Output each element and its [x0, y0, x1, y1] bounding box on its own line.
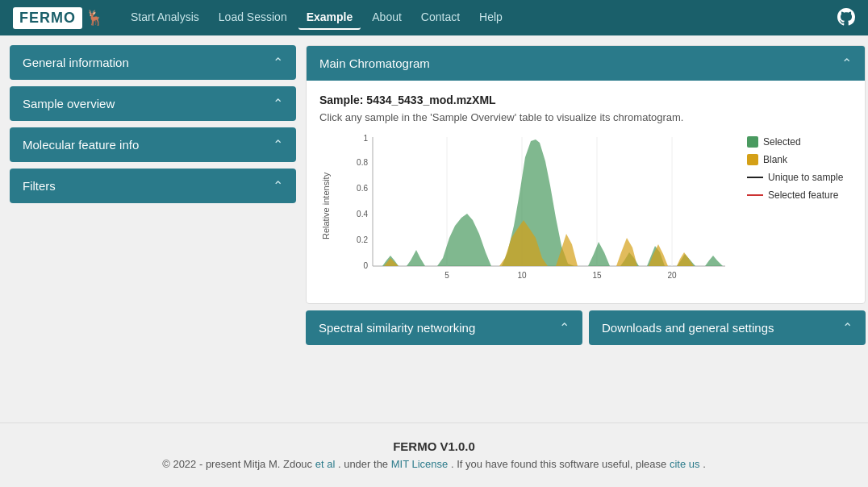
svg-text:5: 5 [444, 271, 449, 280]
right-panel: Main Chromatogram ⌃ Sample: 5434_5433_mo… [306, 45, 866, 413]
downloads-settings-title: Downloads and general settings [602, 321, 774, 335]
sample-title: Sample: 5434_5433_mod.mzXML [319, 94, 852, 106]
legend-selected-feature: Selected feature [747, 189, 852, 201]
downloads-settings-chevron-icon: ⌃ [842, 320, 853, 335]
nav-start-analysis[interactable]: Start Analysis [123, 6, 207, 30]
sidebar-molecular-feature[interactable]: Molecular feature info ⌃ [10, 127, 296, 162]
chart-inner: 0 0.2 0.4 0.6 0.8 1 5 10 15 20 [342, 133, 737, 290]
main-layout: General information ⌃ Sample overview ⌃ … [0, 35, 868, 422]
downloads-settings-panel[interactable]: Downloads and general settings ⌃ [589, 310, 866, 345]
sidebar-sample-overview[interactable]: Sample overview ⌃ [10, 86, 296, 121]
sidebar-sample-overview-title: Sample overview [23, 97, 115, 110]
legend-unique: Unique to sample [747, 172, 852, 183]
sidebar-molecular-feature-header[interactable]: Molecular feature info ⌃ [10, 127, 296, 162]
legend-blank-box [747, 154, 758, 165]
sidebar-general-information[interactable]: General information ⌃ [10, 45, 296, 80]
nav-about[interactable]: About [364, 6, 410, 30]
navbar-links: Start Analysis Load Session Example Abou… [123, 6, 837, 30]
nav-load-session[interactable]: Load Session [211, 6, 295, 30]
legend-selected-feature-label: Selected feature [768, 189, 838, 201]
sample-label: Sample: [319, 94, 363, 106]
legend-selected-label: Selected [763, 136, 801, 148]
footer-under: . under the [338, 458, 388, 470]
logo-deer-icon: 🦌 [86, 9, 103, 27]
sample-subtitle: Click any sample in the 'Sample Overview… [319, 111, 852, 123]
spectral-networking-panel[interactable]: Spectral similarity networking ⌃ [306, 310, 582, 345]
github-icon[interactable] [837, 8, 855, 28]
svg-text:20: 20 [667, 271, 677, 280]
logo-text: FERMO [13, 7, 82, 29]
svg-marker-17 [400, 250, 425, 266]
chart-container: Relative intensity 0 0.2 0.4 0.6 [319, 133, 852, 290]
chart-legend: Selected Blank Unique to sample Sel [747, 133, 852, 204]
chromatogram-title: Main Chromatogram [319, 56, 430, 70]
chart-svg: 0 0.2 0.4 0.6 0.8 1 5 10 15 20 [342, 133, 737, 290]
sidebar-filters-title: Filters [23, 179, 56, 193]
nav-contact[interactable]: Contact [413, 6, 468, 30]
footer-helpful: . If you have found this software useful… [451, 458, 666, 470]
footer-cite-link[interactable]: cite us [670, 458, 700, 470]
svg-text:0.4: 0.4 [357, 210, 368, 219]
chevron-up-icon: ⌃ [273, 55, 283, 70]
nav-example[interactable]: Example [298, 6, 361, 30]
chevron-up-icon-3: ⌃ [273, 137, 283, 152]
spectral-networking-chevron-icon: ⌃ [559, 320, 570, 335]
sidebar-filters[interactable]: Filters ⌃ [10, 169, 296, 203]
sidebar-sample-overview-header[interactable]: Sample overview ⌃ [10, 86, 296, 121]
legend-selected: Selected [747, 136, 852, 148]
footer-period: . [703, 458, 706, 470]
chevron-up-icon-2: ⌃ [273, 96, 283, 111]
svg-text:0: 0 [363, 261, 368, 270]
legend-blank: Blank [747, 154, 852, 165]
footer-title: FERMO V1.0.0 [16, 439, 852, 453]
legend-unique-label: Unique to sample [768, 172, 843, 183]
sample-name: 5434_5433_mod.mzXML [366, 94, 495, 106]
sidebar-filters-header[interactable]: Filters ⌃ [10, 169, 296, 203]
spectral-networking-title: Spectral similarity networking [319, 321, 475, 335]
chromatogram-header[interactable]: Main Chromatogram ⌃ [307, 46, 865, 81]
chromatogram-chevron-icon: ⌃ [841, 56, 852, 71]
navbar: FERMO 🦌 Start Analysis Load Session Exam… [0, 0, 868, 35]
legend-selected-box [747, 136, 758, 148]
y-axis-label: Relative intensity [319, 133, 332, 278]
footer-copyright: © 2022 - present Mitja M. Zdouc [162, 458, 312, 470]
svg-text:1: 1 [363, 134, 368, 143]
footer: FERMO V1.0.0 © 2022 - present Mitja M. Z… [0, 422, 868, 486]
legend-unique-line [747, 177, 763, 178]
svg-marker-28 [608, 238, 637, 266]
sidebar: General information ⌃ Sample overview ⌃ … [10, 45, 296, 413]
sidebar-general-information-header[interactable]: General information ⌃ [10, 45, 296, 80]
footer-credits: © 2022 - present Mitja M. Zdouc et al . … [16, 458, 852, 470]
svg-text:0.2: 0.2 [357, 235, 368, 244]
chromatogram-body: Sample: 5434_5433_mod.mzXML Click any sa… [307, 81, 865, 303]
svg-marker-24 [697, 256, 723, 266]
svg-marker-20 [580, 242, 610, 266]
svg-marker-18 [431, 214, 491, 266]
legend-blank-label: Blank [763, 154, 787, 165]
svg-marker-29 [641, 244, 668, 266]
svg-text:0.8: 0.8 [357, 158, 368, 167]
footer-etal-link[interactable]: et al [315, 458, 336, 470]
svg-text:0.6: 0.6 [357, 184, 368, 193]
sidebar-molecular-feature-title: Molecular feature info [23, 138, 139, 152]
bottom-panels: Spectral similarity networking ⌃ Downloa… [306, 310, 866, 345]
main-chromatogram-panel: Main Chromatogram ⌃ Sample: 5434_5433_mo… [306, 45, 866, 304]
nav-help[interactable]: Help [471, 6, 511, 30]
svg-text:10: 10 [517, 271, 527, 280]
footer-mit-link[interactable]: MIT License [391, 458, 449, 470]
svg-marker-30 [669, 252, 694, 266]
chevron-up-icon-4: ⌃ [273, 178, 283, 194]
svg-text:15: 15 [592, 271, 602, 280]
sidebar-general-information-title: General information [23, 56, 129, 69]
logo[interactable]: FERMO 🦌 [13, 7, 103, 29]
legend-selected-feature-line [747, 194, 763, 196]
